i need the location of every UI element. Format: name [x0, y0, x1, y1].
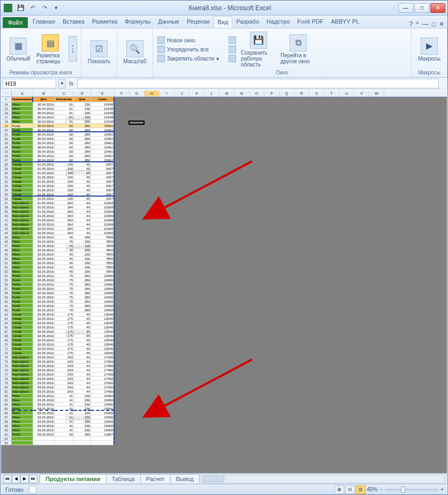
cell[interactable]: Рыба — [12, 432, 33, 437]
row-header[interactable]: 15 — [1, 107, 12, 111]
cell[interactable]: 45 — [74, 171, 91, 175]
cell[interactable]: 289 — [74, 274, 91, 278]
row-header[interactable]: 91 — [1, 432, 12, 437]
row-header[interactable]: 90 — [1, 428, 12, 432]
cell[interactable]: 45 — [74, 184, 91, 188]
row-header[interactable]: 69 — [1, 338, 12, 342]
col-header-D[interactable]: D — [74, 91, 91, 96]
col-header-J[interactable]: J — [174, 91, 189, 96]
cell[interactable]: 91 — [55, 107, 74, 111]
cell[interactable]: 45 — [74, 317, 91, 321]
cell[interactable]: 10456 — [91, 282, 115, 287]
cell[interactable]: Мясо — [12, 394, 33, 398]
cell[interactable]: 289 — [74, 132, 91, 137]
cell[interactable]: Мясо — [12, 257, 33, 261]
cell[interactable]: 21569 — [91, 231, 115, 235]
row-header[interactable]: 44 — [1, 231, 12, 235]
ribbon-tab-разрабо[interactable]: Разрабо — [232, 16, 263, 28]
row-header[interactable]: 87 — [1, 415, 12, 419]
cell[interactable]: Картофель — [12, 231, 33, 235]
split-button[interactable] — [227, 36, 238, 44]
cell[interactable]: 30.04.2016 — [33, 141, 55, 145]
row-header[interactable]: 22 — [1, 137, 12, 141]
cell[interactable]: 45 — [74, 347, 91, 351]
cell[interactable]: 44 — [74, 355, 91, 359]
cell[interactable]: 91 — [55, 102, 74, 107]
cell[interactable]: 12546 — [91, 321, 115, 325]
cell[interactable]: 02.05.2016 — [33, 274, 55, 278]
cell[interactable]: Рыба — [12, 274, 33, 278]
cell[interactable]: Сахар — [12, 347, 33, 351]
cell[interactable]: 175 — [55, 347, 74, 351]
cell[interactable]: 289 — [74, 287, 91, 291]
cell[interactable]: 02.05.2016 — [33, 312, 55, 317]
cell[interactable]: 44 — [74, 231, 91, 235]
row-header[interactable]: 43 — [1, 227, 12, 231]
minimize-button[interactable]: — — [398, 3, 413, 13]
cell[interactable]: Мясо — [12, 402, 33, 407]
maximize-button[interactable]: □ — [414, 3, 429, 13]
cell[interactable]: 75 — [55, 295, 74, 299]
cell[interactable]: Картофель — [12, 389, 33, 394]
cell[interactable]: 01.05.2016 — [33, 209, 55, 214]
cell[interactable] — [33, 437, 55, 441]
cell[interactable]: 264 — [55, 222, 74, 227]
cell[interactable]: 243 — [55, 372, 74, 377]
col-header-R[interactable]: R — [294, 91, 309, 96]
cell[interactable]: 12546 — [91, 317, 115, 321]
cell[interactable]: 30.04.2016 — [33, 115, 55, 119]
row-header[interactable]: 48 — [1, 248, 12, 252]
row-header[interactable]: 37 — [1, 201, 12, 205]
cell[interactable]: 264 — [55, 218, 74, 222]
col-header-B[interactable]: B — [33, 91, 55, 96]
row-header[interactable]: 92 — [1, 437, 12, 441]
zoom-out-button[interactable]: − — [379, 486, 383, 492]
zoom-in-button[interactable]: + — [441, 486, 444, 492]
cell[interactable]: 45 — [74, 192, 91, 197]
cell[interactable] — [74, 441, 91, 445]
cell[interactable]: Мясо — [12, 269, 33, 274]
cell[interactable]: Мясо — [12, 252, 33, 257]
row-header[interactable]: 74 — [1, 359, 12, 364]
cell[interactable]: 45 — [74, 167, 91, 171]
row-header[interactable]: 40 — [1, 214, 12, 218]
cell[interactable]: 7855 — [91, 235, 115, 239]
cell[interactable]: 175 — [55, 342, 74, 347]
file-tab[interactable]: Файл — [3, 17, 28, 28]
cell[interactable]: 30.04.2016 — [33, 158, 55, 162]
row-header[interactable]: 47 — [1, 244, 12, 248]
cell[interactable]: 60 — [55, 145, 74, 149]
cell[interactable]: 236 — [74, 411, 91, 415]
row-header[interactable]: 64 — [1, 317, 12, 321]
cell[interactable]: 289 — [74, 154, 91, 158]
cell[interactable]: 264 — [55, 227, 74, 231]
cell[interactable]: 45 — [74, 338, 91, 342]
cell[interactable]: Наименование — [12, 97, 33, 102]
cell[interactable]: 30.04.2016 — [33, 128, 55, 132]
cell[interactable]: 21569 — [91, 214, 115, 218]
cell[interactable]: 21548 — [91, 119, 115, 124]
arrange-all-button[interactable]: Упорядочить все — [156, 45, 221, 54]
cell[interactable]: 236 — [74, 257, 91, 261]
cell[interactable]: 10456 — [91, 308, 115, 312]
col-header-O[interactable]: O — [249, 91, 264, 96]
cell[interactable]: 03.05.2016 — [33, 355, 55, 359]
col-header-L[interactable]: L — [204, 91, 219, 96]
row-header[interactable]: 62 — [1, 308, 12, 312]
pagebreak-view-btn[interactable]: ▨ — [356, 485, 366, 494]
cell[interactable]: 45 — [55, 244, 74, 248]
cell[interactable]: 03.05.2016 — [33, 394, 55, 398]
cell[interactable]: 12287 — [91, 432, 115, 437]
cell[interactable]: Мясо — [12, 415, 33, 419]
ribbon-tab-надстро[interactable]: Надстро — [263, 16, 293, 28]
cell[interactable]: 45 — [74, 188, 91, 192]
cell[interactable]: 02.05.2016 — [33, 299, 55, 304]
cell[interactable]: Рыба — [12, 141, 33, 145]
cell[interactable]: 289 — [74, 308, 91, 312]
cell[interactable]: 45 — [74, 342, 91, 347]
cell[interactable]: 30.04.2016 — [33, 132, 55, 137]
cell[interactable]: 236 — [74, 119, 91, 124]
cell[interactable]: Картофель — [12, 214, 33, 218]
cell[interactable]: Мясо — [12, 265, 33, 269]
zoom-thumb[interactable] — [401, 486, 405, 493]
